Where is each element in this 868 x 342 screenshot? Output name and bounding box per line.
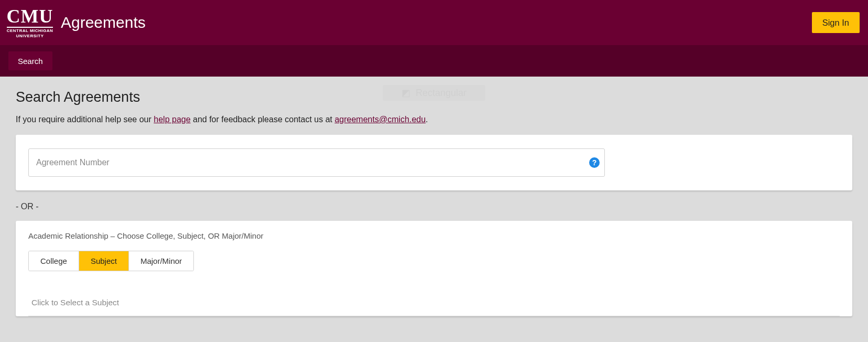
tab-college[interactable]: College xyxy=(29,251,79,271)
academic-label: Academic Relationship – Choose College, … xyxy=(28,231,840,240)
subject-select[interactable]: Click to Select a Subject xyxy=(28,289,840,316)
logo-sub-line1: CENTRAL MICHIGAN xyxy=(7,29,53,33)
sign-in-button[interactable]: Sign In xyxy=(812,12,860,33)
help-icon[interactable]: ? xyxy=(589,157,600,168)
agreement-number-input[interactable] xyxy=(28,148,605,177)
app-title: Agreements xyxy=(61,14,146,31)
help-page-link[interactable]: help page xyxy=(154,115,190,124)
app-header: CMU CENTRAL MICHIGAN UNIVERSITY Agreemen… xyxy=(0,0,868,45)
or-divider: - OR - xyxy=(16,202,852,211)
help-text-prefix: If you require additional help see our xyxy=(16,115,154,124)
tab-subject[interactable]: Subject xyxy=(79,251,129,271)
academic-relationship-card: Academic Relationship – Choose College, … xyxy=(16,221,852,316)
help-text-suffix: . xyxy=(426,115,428,124)
relationship-tabs: College Subject Major/Minor xyxy=(28,251,194,271)
main-content: ◩ Rectangular Search Agreements If you r… xyxy=(0,77,868,316)
help-email-link[interactable]: agreements@cmich.edu xyxy=(334,115,426,124)
logo-main: CMU xyxy=(7,7,53,28)
cmu-logo: CMU CENTRAL MICHIGAN UNIVERSITY xyxy=(6,7,53,38)
tab-major-minor[interactable]: Major/Minor xyxy=(129,251,193,271)
help-line: If you require additional help see our h… xyxy=(16,115,852,124)
agreement-number-card: ? xyxy=(16,135,852,190)
agreement-input-wrap: ? xyxy=(28,148,605,177)
brand[interactable]: CMU CENTRAL MICHIGAN UNIVERSITY Agreemen… xyxy=(6,7,146,38)
logo-sub-line2: UNIVERSITY xyxy=(16,34,44,38)
help-text-mid: and for feedback please contact us at xyxy=(191,115,335,124)
page-title: Search Agreements xyxy=(16,89,852,105)
nav-search-button[interactable]: Search xyxy=(8,51,52,70)
nav-bar: Search xyxy=(0,45,868,77)
